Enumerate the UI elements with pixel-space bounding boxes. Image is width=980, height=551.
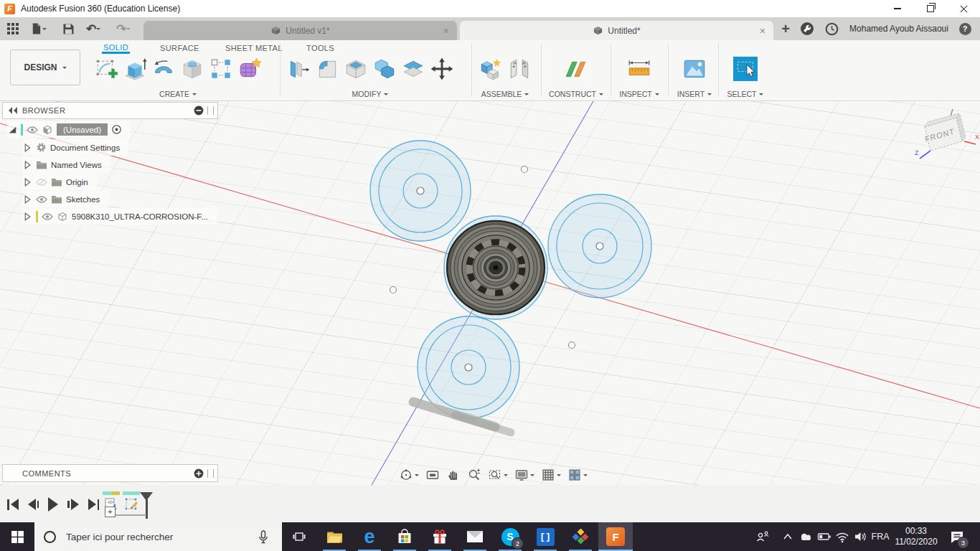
create-form-button[interactable] bbox=[236, 55, 263, 83]
edge-taskbar-button[interactable]: e bbox=[352, 522, 387, 551]
browser-item-document-settings[interactable]: Document Settings bbox=[23, 139, 128, 156]
timeline-go-to-end-button[interactable] bbox=[88, 499, 100, 510]
document-tab-untitled-v1[interactable]: Untitled v1* × bbox=[143, 21, 457, 40]
new-document-button[interactable]: + bbox=[777, 19, 794, 38]
job-status-button[interactable] bbox=[822, 17, 841, 40]
browser-root-row[interactable]: (Unsaved) bbox=[7, 121, 131, 138]
timeline-go-to-start-button[interactable] bbox=[7, 499, 19, 510]
minimize-button[interactable] bbox=[881, 0, 914, 17]
language-indicator[interactable]: FRA bbox=[868, 522, 892, 551]
account-menu[interactable]: Mohamed Ayoub Aissaoui bbox=[848, 17, 950, 40]
visibility-eye-icon[interactable] bbox=[42, 212, 53, 221]
hole-button[interactable] bbox=[179, 55, 206, 83]
tab-surface[interactable]: SURFACE bbox=[159, 42, 201, 54]
inspect-menu-button[interactable]: INSPECT bbox=[622, 89, 656, 99]
orbit-button[interactable] bbox=[399, 468, 419, 482]
people-tray-button[interactable] bbox=[752, 522, 773, 551]
expand-closed-icon[interactable] bbox=[23, 160, 32, 170]
tab-sheet-metal[interactable]: SHEET METAL bbox=[224, 42, 284, 54]
mail-taskbar-button[interactable] bbox=[458, 522, 492, 551]
battery-tray-button[interactable] bbox=[815, 522, 834, 551]
visibility-eye-off-icon[interactable] bbox=[36, 178, 47, 187]
extensions-button[interactable] bbox=[798, 17, 816, 40]
expand-open-icon[interactable] bbox=[7, 125, 17, 135]
store-taskbar-button[interactable] bbox=[387, 522, 422, 551]
browser-item-origin[interactable]: Origin bbox=[23, 174, 97, 190]
tab-solid[interactable]: SOLID bbox=[102, 42, 130, 54]
view-cube[interactable]: X Z FRONT bbox=[913, 105, 980, 169]
insert-menu-button[interactable]: INSERT bbox=[677, 89, 712, 99]
browser-item-bearing-component[interactable]: 5908K310_ULTRA-CORROSION-F... bbox=[23, 208, 217, 225]
create-sketch-button[interactable] bbox=[93, 55, 120, 83]
file-explorer-taskbar-button[interactable] bbox=[317, 522, 352, 551]
clock-tray[interactable]: 00:33 11/02/2020 bbox=[891, 522, 941, 551]
tab-tools[interactable]: TOOLS bbox=[305, 42, 336, 54]
timeline-step-back-button[interactable] bbox=[28, 499, 39, 510]
new-component-button[interactable] bbox=[477, 55, 504, 83]
taskbar-search[interactable] bbox=[34, 522, 282, 551]
browser-panel-header[interactable]: BROWSER bbox=[2, 102, 218, 119]
pattern-button[interactable] bbox=[207, 55, 235, 83]
search-input[interactable] bbox=[65, 531, 255, 543]
skype-taskbar-button[interactable]: S 2 bbox=[493, 522, 527, 551]
look-at-button[interactable] bbox=[425, 468, 440, 482]
joint-button[interactable] bbox=[506, 55, 533, 83]
remove-panel-icon[interactable] bbox=[194, 105, 204, 116]
panel-grip[interactable] bbox=[207, 106, 214, 115]
action-center-button[interactable]: 3 bbox=[944, 522, 970, 551]
microphone-icon[interactable] bbox=[258, 530, 268, 544]
document-tab-untitled[interactable]: Untitled* × bbox=[460, 21, 773, 40]
workspace-selector[interactable]: DESIGN bbox=[10, 50, 80, 85]
move-button[interactable] bbox=[428, 55, 456, 83]
model-scene[interactable] bbox=[0, 101, 980, 485]
zoom-button[interactable] bbox=[467, 468, 481, 482]
expand-closed-icon[interactable] bbox=[23, 143, 32, 153]
task-view-button[interactable] bbox=[282, 522, 316, 551]
collapse-browser-icon[interactable] bbox=[9, 107, 18, 114]
visibility-eye-icon[interactable] bbox=[27, 126, 38, 134]
app-grid-button[interactable] bbox=[4, 17, 22, 40]
fillet-button[interactable] bbox=[314, 55, 341, 83]
start-button[interactable] bbox=[0, 522, 34, 551]
revolve-button[interactable] bbox=[150, 55, 177, 83]
brackets-taskbar-button[interactable]: [] bbox=[528, 522, 562, 551]
help-button[interactable]: ? bbox=[954, 17, 976, 40]
undo-button[interactable]: ↶ bbox=[82, 17, 105, 40]
panel-grip[interactable] bbox=[207, 469, 214, 478]
add-comment-icon[interactable] bbox=[194, 468, 204, 479]
fit-button[interactable] bbox=[488, 468, 508, 482]
combine-button[interactable] bbox=[371, 55, 398, 83]
insert-canvas-button[interactable] bbox=[681, 55, 708, 83]
extrude-button[interactable] bbox=[121, 55, 149, 83]
press-pull-button[interactable] bbox=[285, 55, 312, 83]
tray-overflow-button[interactable] bbox=[779, 522, 796, 551]
activate-radio-icon[interactable] bbox=[111, 124, 122, 135]
save-button[interactable] bbox=[60, 17, 76, 40]
timeline-step-forward-button[interactable] bbox=[67, 499, 79, 510]
volume-tray-button[interactable] bbox=[851, 522, 870, 551]
viewports-button[interactable] bbox=[567, 468, 588, 482]
select-menu-button[interactable]: SELECT bbox=[731, 89, 760, 99]
restore-button[interactable] bbox=[914, 0, 947, 17]
display-settings-button[interactable] bbox=[514, 468, 534, 482]
redo-button[interactable]: ↷ bbox=[112, 17, 135, 40]
expand-closed-icon[interactable] bbox=[23, 177, 32, 187]
timeline-insert-marker[interactable]: + bbox=[105, 507, 116, 517]
modify-menu-button[interactable]: MODIFY bbox=[284, 89, 456, 99]
split-body-button[interactable] bbox=[400, 55, 427, 83]
assemble-menu-button[interactable]: ASSEMBLE bbox=[476, 89, 534, 99]
pan-button[interactable] bbox=[446, 468, 461, 482]
close-tab-icon[interactable]: × bbox=[443, 25, 449, 37]
select-button[interactable] bbox=[732, 55, 759, 83]
timeline-playhead-stem[interactable] bbox=[146, 499, 148, 519]
grid-settings-button[interactable] bbox=[541, 468, 561, 482]
root-document-label[interactable]: (Unsaved) bbox=[57, 123, 108, 136]
file-menu-button[interactable] bbox=[27, 17, 49, 40]
construct-menu-button[interactable]: CONSTRUCT bbox=[559, 89, 593, 99]
measure-button[interactable] bbox=[626, 55, 653, 83]
browser-item-named-views[interactable]: Named Views bbox=[23, 156, 110, 173]
shell-button[interactable] bbox=[342, 55, 369, 83]
timeline-play-button[interactable] bbox=[48, 497, 58, 512]
comments-panel-header[interactable]: COMMENTS bbox=[2, 464, 218, 482]
expand-closed-icon[interactable] bbox=[23, 194, 32, 204]
